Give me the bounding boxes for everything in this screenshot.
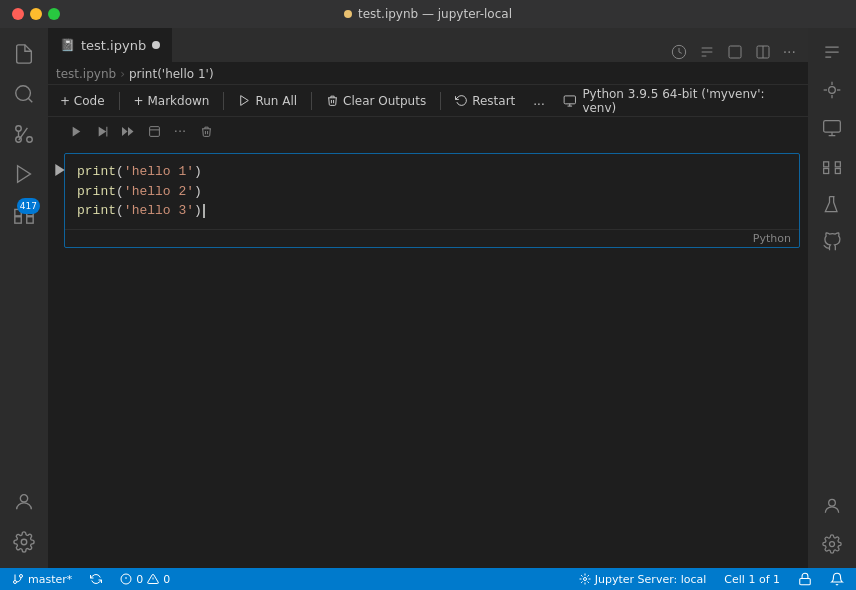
- sidebar-item-settings[interactable]: [6, 524, 42, 560]
- svg-point-43: [14, 581, 17, 584]
- tab-bar: 📓 test.ipynb: [0, 28, 808, 63]
- svg-rect-50: [800, 578, 811, 584]
- warning-count: 0: [163, 573, 170, 586]
- extensions-badge: 417: [17, 198, 40, 214]
- error-count: 0: [136, 573, 143, 586]
- maximize-button[interactable]: [48, 8, 60, 20]
- toolbar-right: Python 3.9.5 64-bit ('myvenv': venv): [555, 85, 804, 117]
- remote-panel-icon[interactable]: [816, 112, 848, 144]
- trash-icon: [200, 125, 213, 138]
- jupyter-server-label: Jupyter Server: local: [595, 573, 707, 586]
- status-bar-left: master* 0 0: [8, 568, 174, 590]
- toolbar-separator-1: [119, 92, 120, 110]
- notification-status[interactable]: [826, 568, 848, 590]
- code-line-2: print('hello 2'): [77, 182, 787, 202]
- run-cell-button[interactable]: [64, 120, 88, 142]
- cell-toolbar: ···: [0, 117, 808, 145]
- run-icon: [70, 125, 83, 138]
- sidebar-item-explorer[interactable]: [6, 36, 42, 72]
- clear-outputs-button[interactable]: Clear Outputs: [318, 91, 434, 111]
- jupyter-server-status[interactable]: Jupyter Server: local: [575, 568, 711, 590]
- more-cell-button[interactable]: ···: [168, 120, 192, 142]
- branch-status[interactable]: master*: [8, 568, 76, 590]
- run-all-icon: [238, 94, 251, 107]
- remote-status[interactable]: [794, 568, 816, 590]
- sidebar-item-run-debug[interactable]: [6, 156, 42, 192]
- svg-marker-35: [122, 127, 128, 136]
- jupyter-server-icon: [579, 573, 591, 585]
- account-right-icon[interactable]: [816, 490, 848, 522]
- notebook-area: [ ] print('hello 1') print('hello 2') pr…: [0, 145, 808, 568]
- tab-label: test.ipynb: [81, 38, 146, 53]
- split-editor-icon[interactable]: [751, 41, 775, 62]
- svg-rect-20: [824, 169, 829, 174]
- svg-rect-19: [835, 162, 840, 167]
- breadcrumb-separator: ›: [120, 67, 125, 81]
- outline-icon[interactable]: [723, 41, 747, 62]
- tab-test-ipynb[interactable]: 📓 test.ipynb: [48, 27, 172, 62]
- delete-cell-button[interactable]: [194, 120, 218, 142]
- more-toolbar-button[interactable]: ...: [525, 91, 552, 111]
- svg-marker-36: [128, 127, 134, 136]
- sidebar-item-source-control[interactable]: [6, 116, 42, 152]
- sidebar-item-extensions[interactable]: 417: [6, 196, 42, 232]
- svg-marker-40: [55, 164, 64, 176]
- bell-icon: [830, 572, 844, 586]
- github-icon[interactable]: [816, 226, 848, 258]
- svg-line-1: [28, 98, 32, 102]
- add-markdown-button[interactable]: + Markdown: [126, 91, 218, 111]
- extensions-panel-icon[interactable]: [816, 150, 848, 182]
- svg-rect-25: [729, 46, 741, 58]
- svg-marker-33: [98, 126, 106, 136]
- notebook-file-icon: 📓: [60, 38, 75, 52]
- svg-rect-31: [564, 95, 575, 103]
- notebook-toolbar: + Code + Markdown Run All Clear Outputs: [0, 85, 808, 117]
- kernel-selector[interactable]: Python 3.9.5 64-bit ('myvenv': venv): [555, 85, 804, 117]
- svg-rect-8: [15, 217, 21, 223]
- svg-marker-28: [241, 96, 249, 106]
- minimize-button[interactable]: [30, 8, 42, 20]
- activity-bar-bottom: [6, 484, 42, 560]
- jupyter-panel-icon[interactable]: [816, 74, 848, 106]
- kernel-icon: [563, 94, 577, 108]
- sync-status[interactable]: [86, 568, 106, 590]
- cell-run-button[interactable]: [52, 161, 68, 178]
- variables-icon[interactable]: [695, 41, 719, 62]
- breadcrumb: test.ipynb › print('hello 1'): [0, 63, 808, 85]
- toggle-output-button[interactable]: [142, 120, 166, 142]
- svg-point-12: [829, 87, 836, 94]
- svg-point-22: [829, 499, 836, 506]
- history-icon[interactable]: [667, 41, 691, 62]
- close-button[interactable]: [12, 8, 24, 20]
- svg-marker-32: [72, 126, 80, 136]
- svg-marker-5: [18, 166, 31, 183]
- errors-status[interactable]: 0 0: [116, 568, 174, 590]
- tab-modified-dot: [152, 41, 160, 49]
- window-controls[interactable]: [12, 8, 60, 20]
- cell-code[interactable]: print('hello 1') print('hello 2') print(…: [65, 154, 799, 229]
- add-code-button[interactable]: + Code: [52, 91, 113, 111]
- flask-icon[interactable]: [816, 188, 848, 220]
- run-next-button[interactable]: [90, 120, 114, 142]
- sync-icon: [90, 573, 102, 585]
- variables-panel-icon[interactable]: [816, 36, 848, 68]
- cell-body[interactable]: print('hello 1') print('hello 2') print(…: [64, 153, 800, 248]
- run-all-cells-icon: [121, 125, 135, 138]
- breadcrumb-current: print('hello 1'): [129, 67, 214, 81]
- window-title: test.ipynb — jupyter-local: [344, 7, 512, 21]
- sidebar-item-search[interactable]: [6, 76, 42, 112]
- run-all-button[interactable]: Run All: [230, 91, 305, 111]
- more-actions-icon[interactable]: ···: [779, 42, 800, 62]
- run-all-cells-button[interactable]: [116, 120, 140, 142]
- branch-icon: [12, 573, 24, 585]
- tab-actions: ···: [667, 41, 808, 62]
- svg-rect-9: [27, 217, 33, 223]
- kernel-label: Python 3.9.5 64-bit ('myvenv': venv): [582, 87, 796, 115]
- restart-button[interactable]: Restart: [447, 91, 523, 111]
- toolbar-separator-2: [223, 92, 224, 110]
- breadcrumb-file[interactable]: test.ipynb: [56, 67, 116, 81]
- cell-language: Python: [65, 229, 799, 247]
- settings-right-icon[interactable]: [816, 528, 848, 560]
- svg-rect-17: [824, 121, 841, 133]
- sidebar-item-account[interactable]: [6, 484, 42, 520]
